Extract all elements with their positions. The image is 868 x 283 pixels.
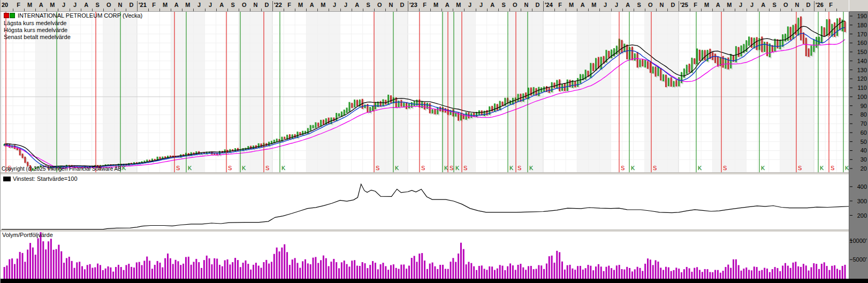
candle[interactable] [313, 125, 314, 128]
candle[interactable] [714, 53, 716, 63]
candle[interactable] [590, 63, 591, 78]
candle[interactable] [613, 48, 615, 56]
candle[interactable] [364, 104, 366, 108]
candle[interactable] [671, 77, 672, 87]
candle[interactable] [644, 60, 646, 67]
candle[interactable] [834, 22, 835, 37]
candle[interactable] [317, 123, 319, 127]
candle[interactable] [559, 79, 560, 91]
candle[interactable] [683, 68, 685, 78]
candle[interactable] [803, 32, 804, 44]
candle[interactable] [538, 87, 539, 96]
candle[interactable] [793, 25, 794, 40]
candle[interactable] [390, 95, 392, 103]
candle[interactable] [387, 95, 389, 105]
candle[interactable] [310, 125, 311, 131]
candle[interactable] [128, 163, 130, 166]
candle[interactable] [284, 136, 285, 139]
candle[interactable] [9, 144, 10, 148]
candle[interactable] [782, 34, 783, 47]
candle[interactable] [328, 118, 330, 124]
candle[interactable] [647, 61, 649, 68]
candle[interactable] [689, 64, 690, 73]
candle[interactable] [748, 36, 750, 45]
candle[interactable] [580, 74, 581, 83]
candle[interactable] [315, 123, 316, 128]
candle[interactable] [810, 45, 812, 56]
candle[interactable] [836, 18, 838, 36]
candle[interactable] [657, 67, 659, 77]
candle[interactable] [24, 157, 26, 163]
candle[interactable] [484, 111, 485, 116]
candle[interactable] [696, 49, 698, 64]
candle[interactable] [416, 100, 417, 105]
candle[interactable] [652, 66, 654, 73]
candle[interactable] [356, 100, 358, 106]
candle[interactable] [348, 102, 350, 112]
candle[interactable] [813, 40, 814, 52]
candle[interactable] [533, 87, 535, 95]
candle[interactable] [673, 81, 674, 87]
candle[interactable] [844, 21, 846, 32]
candle[interactable] [686, 65, 688, 74]
chart-plot-area[interactable]: SKSKSKSKSKSKSKSKSKSKSKSKSKSKSK1901801701… [1, 0, 868, 283]
candle[interactable] [766, 42, 768, 56]
candle[interactable] [320, 120, 322, 127]
candle[interactable] [774, 39, 776, 52]
candle[interactable] [611, 49, 612, 58]
candle[interactable] [574, 81, 576, 88]
candle[interactable] [600, 57, 602, 70]
candle[interactable] [785, 34, 786, 42]
candle[interactable] [517, 94, 519, 101]
candle[interactable] [577, 78, 578, 87]
candle[interactable] [764, 42, 765, 52]
candle[interactable] [621, 40, 623, 53]
candle[interactable] [411, 102, 413, 108]
candle[interactable] [354, 100, 355, 108]
candle[interactable] [660, 68, 661, 81]
candle[interactable] [623, 44, 625, 52]
candle[interactable] [824, 27, 825, 36]
candle[interactable] [678, 77, 680, 86]
candle[interactable] [699, 50, 701, 61]
candle[interactable] [432, 109, 433, 113]
candle[interactable] [556, 80, 558, 88]
candle[interactable] [816, 37, 817, 48]
candle[interactable] [821, 26, 823, 43]
candle[interactable] [195, 151, 197, 155]
candle[interactable] [592, 63, 594, 71]
candle[interactable] [159, 157, 161, 159]
candle[interactable] [639, 59, 641, 67]
candle[interactable] [434, 109, 436, 114]
candle[interactable] [553, 82, 555, 88]
candle[interactable] [494, 103, 496, 112]
candle[interactable] [704, 50, 706, 60]
candle[interactable] [338, 113, 340, 117]
candle[interactable] [234, 148, 236, 151]
candle[interactable] [642, 59, 643, 66]
candle[interactable] [694, 58, 695, 64]
candle[interactable] [805, 38, 807, 57]
candle[interactable] [738, 47, 740, 57]
candle[interactable] [797, 18, 799, 35]
candle[interactable] [637, 52, 638, 67]
candle[interactable] [497, 104, 498, 110]
candle[interactable] [668, 78, 669, 86]
candle[interactable] [424, 102, 425, 110]
candle[interactable] [608, 51, 610, 58]
candle[interactable] [276, 139, 278, 142]
candle[interactable] [406, 102, 407, 109]
candle[interactable] [631, 47, 633, 60]
candle[interactable] [626, 44, 628, 59]
candle[interactable] [408, 103, 410, 108]
candle[interactable] [439, 106, 441, 111]
candle[interactable] [634, 53, 636, 61]
candle[interactable] [655, 66, 657, 77]
candle[interactable] [540, 87, 542, 92]
candle[interactable] [800, 17, 802, 41]
candle[interactable] [499, 101, 501, 111]
candle[interactable] [665, 75, 667, 87]
candle[interactable] [247, 146, 249, 149]
candle[interactable] [400, 100, 402, 107]
candle[interactable] [595, 58, 597, 70]
